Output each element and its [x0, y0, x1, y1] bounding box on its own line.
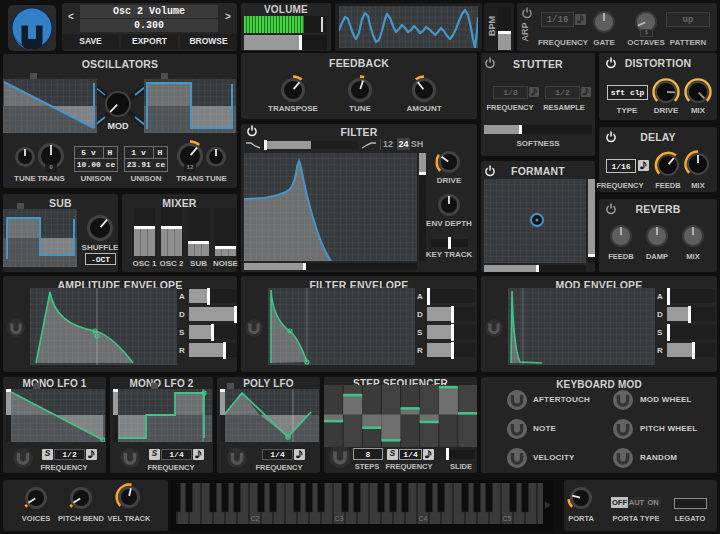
svg-text:C5: C5 — [503, 515, 512, 522]
svg-text:C4: C4 — [419, 515, 428, 522]
svg-text:C3: C3 — [335, 515, 344, 522]
svg-text:C2: C2 — [251, 515, 260, 522]
